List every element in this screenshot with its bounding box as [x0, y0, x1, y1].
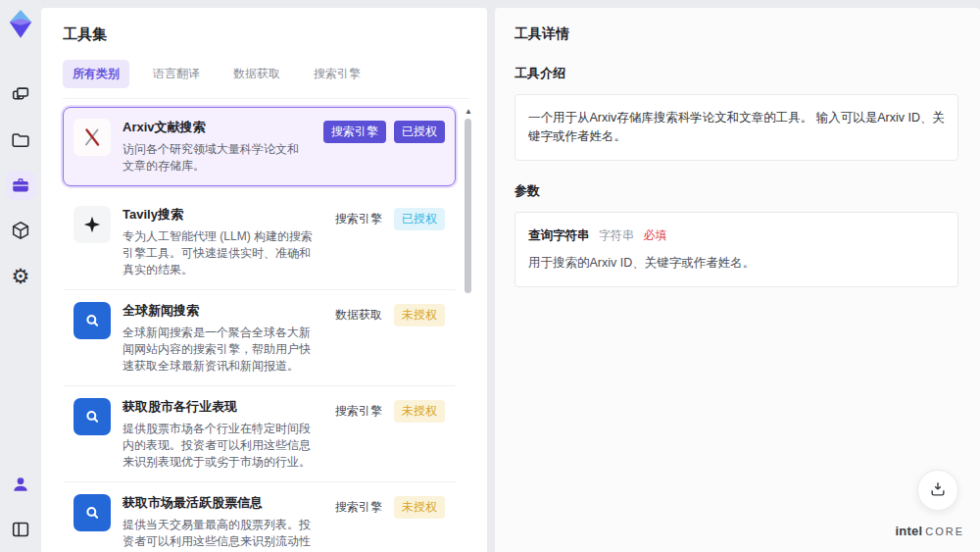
briefcase-icon [10, 175, 31, 196]
category-tabs: 所有类别语言翻译数据获取搜索引擎 [63, 60, 469, 99]
scrollbar[interactable]: ▲ ▼ [464, 107, 473, 552]
tool-card[interactable]: 获取市场最活跃股票信息 提供当天交易量最高的股票列表。投资者可以利用这些信息来识… [63, 482, 456, 552]
sidebar-item-panel-toggle[interactable] [6, 515, 35, 544]
tool-name: 获取股市各行业表现 [122, 398, 318, 416]
tool-card[interactable]: 全球新闻搜索 全球新闻搜索是一个聚合全球各大新闻网站内容的搜索引擎，帮助用户快速… [63, 290, 456, 386]
tool-category-tag: 搜索引擎 [323, 121, 386, 143]
param-type: 字符串 [599, 228, 634, 242]
sidebar-item-models[interactable] [6, 216, 35, 245]
tool-category-tag: 搜索引擎 [335, 208, 382, 227]
sparkle-icon [74, 206, 111, 243]
tool-detail-panel: 工具详情 工具介绍 一个用于从Arxiv存储库搜索科学论文和文章的工具。 输入可… [495, 8, 980, 552]
folder-icon [10, 129, 31, 151]
tool-auth-badge: 已授权 [394, 121, 445, 143]
param-required-badge: 必填 [643, 228, 666, 242]
search-blue-icon [74, 302, 111, 339]
tool-description: 提供当天交易量最高的股票列表。投资者可以利用这些信息来识别流动性强的股票和潜在的… [122, 517, 318, 552]
sidebar-item-chat[interactable] [6, 80, 35, 110]
tool-auth-badge: 未授权 [394, 496, 445, 519]
intro-heading: 工具介绍 [514, 65, 958, 82]
brand-core: CORE [925, 526, 964, 537]
tool-description: 提供股票市场各个行业在特定时间段内的表现。投资者可以利用这些信息来识别表现优于或… [122, 421, 318, 471]
tool-card[interactable]: Tavily搜索 专为人工智能代理 (LLM) 构建的搜索引擎工具。可快速提供实… [63, 194, 456, 290]
params-heading: 参数 [514, 182, 958, 200]
tool-name: 全球新闻搜索 [122, 302, 318, 320]
tool-description: 专为人工智能代理 (LLM) 构建的搜索引擎工具。可快速提供实时、准确和真实的结… [122, 228, 318, 278]
intel-core-logo: intel CORE [895, 524, 964, 538]
tool-name: Arxiv文献搜索 [122, 119, 306, 136]
gear-icon: ⚙ [12, 266, 30, 286]
detail-title: 工具详情 [514, 25, 958, 43]
sidebar-item-settings[interactable]: ⚙ [6, 261, 35, 290]
param-card: 查询字符串 字符串 必填 用于搜索的Arxiv ID、关键字或作者姓名。 [514, 212, 958, 287]
tab-1[interactable]: 语言翻译 [143, 60, 210, 88]
app-sidebar: ⚙ [0, 0, 41, 552]
param-name: 查询字符串 [528, 228, 590, 242]
tool-name: 获取市场最活跃股票信息 [122, 494, 318, 512]
tool-category-tag: 搜索引擎 [335, 496, 382, 516]
sidebar-item-account[interactable] [6, 470, 35, 499]
sidebar-item-files[interactable] [6, 125, 35, 155]
tool-auth-badge: 未授权 [394, 304, 445, 326]
intro-text: 一个用于从Arxiv存储库搜索科学论文和文章的工具。 输入可以是Arxiv ID… [514, 94, 958, 161]
search-blue-icon [74, 494, 111, 531]
scroll-up-icon[interactable]: ▲ [465, 107, 472, 116]
scrollbar-thumb[interactable] [465, 119, 471, 293]
tool-auth-badge: 未授权 [394, 400, 445, 423]
tool-category-tag: 数据获取 [335, 304, 382, 324]
param-desc: 用于搜索的Arxiv ID、关键字或作者姓名。 [528, 254, 945, 273]
tab-3[interactable]: 搜索引擎 [304, 60, 370, 88]
page-title: 工具集 [63, 25, 477, 44]
tab-0[interactable]: 所有类别 [63, 60, 129, 88]
app-logo-icon [6, 8, 35, 41]
search-blue-icon [74, 398, 111, 435]
tool-description: 访问各个研究领域大量科学论文和文章的存储库。 [122, 141, 306, 175]
user-icon [11, 475, 30, 494]
download-button[interactable] [917, 470, 958, 511]
arxiv-icon [74, 119, 111, 156]
tool-list: Arxiv文献搜索 访问各个研究领域大量科学论文和文章的存储库。 搜索引擎 已授… [63, 107, 477, 552]
tab-2[interactable]: 数据获取 [223, 60, 290, 88]
tool-card[interactable]: Arxiv文献搜索 访问各个研究领域大量科学论文和文章的存储库。 搜索引擎 已授… [63, 107, 456, 186]
sidebar-item-tools[interactable] [6, 171, 35, 200]
tool-description: 全球新闻搜索是一个聚合全球各大新闻网站内容的搜索引擎，帮助用户快速获取全球最新资… [122, 325, 318, 375]
tool-list-panel: 工具集 所有类别语言翻译数据获取搜索引擎 Arxiv文献搜索 访问各个研究领域大… [41, 8, 487, 552]
download-icon [928, 479, 948, 502]
cube-icon [10, 220, 31, 241]
tool-auth-badge: 已授权 [394, 208, 445, 230]
tool-card[interactable]: 获取股市各行业表现 提供股票市场各个行业在特定时间段内的表现。投资者可以利用这些… [63, 386, 456, 482]
split-panel-icon [10, 519, 31, 540]
chat-icon [10, 84, 31, 106]
tool-category-tag: 搜索引擎 [335, 400, 382, 420]
tool-name: Tavily搜索 [122, 206, 318, 224]
brand-intel: intel [895, 524, 922, 538]
